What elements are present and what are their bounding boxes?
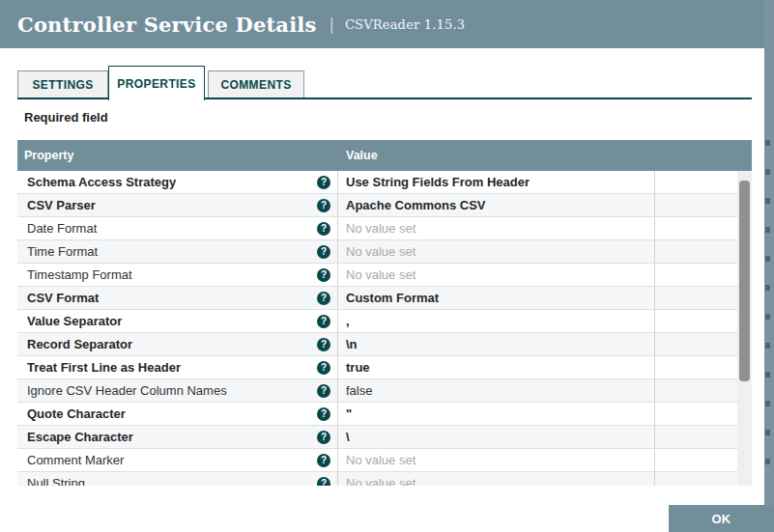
extra-cell: [655, 217, 737, 239]
help-icon[interactable]: ?: [317, 199, 330, 212]
property-name: Timestamp Format: [27, 267, 132, 282]
help-icon[interactable]: ?: [317, 245, 330, 259]
help-icon[interactable]: ?: [317, 477, 330, 487]
extra-cell: [655, 264, 737, 286]
value-cell[interactable]: Custom Format: [338, 287, 655, 309]
backdrop-text-fragment: [765, 314, 770, 320]
tab-properties[interactable]: PROPERTIES: [108, 66, 205, 100]
value-cell[interactable]: Apache Commons CSV: [338, 194, 655, 216]
backdrop-text-fragment: [765, 459, 770, 464]
help-icon[interactable]: ?: [317, 361, 330, 375]
value-cell[interactable]: No value set: [338, 472, 655, 486]
property-value: \n: [346, 337, 358, 351]
property-name: CSV Parser: [27, 198, 96, 212]
title-separator: |: [330, 15, 334, 34]
help-icon[interactable]: ?: [317, 176, 330, 189]
value-cell[interactable]: ": [338, 403, 655, 425]
property-name: Ignore CSV Header Column Names: [27, 383, 227, 398]
value-cell[interactable]: No value set: [338, 449, 655, 471]
table-row[interactable]: Ignore CSV Header Column Names ? false: [17, 379, 737, 403]
help-icon[interactable]: ?: [317, 292, 330, 305]
table-row[interactable]: Comment Marker ? No value set: [17, 449, 737, 472]
table-body: Schema Access Strategy ? Use String Fiel…: [17, 171, 737, 486]
property-cell: Comment Marker ?: [17, 449, 338, 471]
table-row[interactable]: Time Format ? No value set: [17, 240, 737, 264]
value-cell[interactable]: No value set: [338, 217, 655, 239]
extra-cell: [655, 356, 737, 378]
value-cell[interactable]: true: [338, 356, 655, 378]
table-row[interactable]: Quote Character ? ": [17, 403, 737, 426]
property-value: ,: [346, 314, 350, 328]
property-cell: Null String ?: [17, 472, 338, 486]
property-cell: Treat First Line as Header ?: [17, 356, 338, 378]
property-value: true: [346, 360, 370, 375]
property-value: No value set: [346, 244, 416, 259]
help-icon[interactable]: ?: [317, 268, 330, 282]
backdrop-text-fragment: [765, 401, 770, 406]
property-name: Escape Character: [27, 430, 133, 444]
value-cell[interactable]: \: [338, 426, 655, 448]
value-cell[interactable]: No value set: [338, 240, 655, 263]
property-name: Schema Access Strategy: [27, 175, 176, 189]
table-row[interactable]: CSV Format ? Custom Format: [17, 287, 737, 310]
help-icon[interactable]: ?: [317, 338, 330, 351]
screenshot-root: Controller Service Details | CSVReader 1…: [0, 0, 774, 532]
table-row[interactable]: Record Separator ? \n: [17, 333, 737, 356]
ok-button[interactable]: OK: [669, 505, 774, 532]
table-row[interactable]: Null String ? No value set: [17, 472, 737, 486]
property-cell: CSV Parser ?: [17, 194, 338, 216]
extra-cell: [655, 472, 737, 486]
property-value: false: [346, 383, 372, 398]
property-cell: Date Format ?: [17, 217, 338, 239]
property-cell: Schema Access Strategy ?: [17, 171, 338, 193]
property-value: \: [346, 430, 350, 444]
table-row[interactable]: Timestamp Format ? No value set: [17, 264, 737, 287]
backdrop-text-fragment: [765, 256, 770, 262]
value-cell[interactable]: Use String Fields From Header: [338, 171, 655, 193]
property-name: Null String: [27, 476, 85, 486]
help-icon[interactable]: ?: [317, 315, 330, 328]
extra-cell: [655, 333, 737, 355]
table-row[interactable]: Escape Character ? \: [17, 426, 737, 449]
table-row[interactable]: Value Separator ? ,: [17, 310, 737, 333]
property-value: ": [346, 406, 352, 421]
backdrop-text-fragment: [765, 285, 770, 291]
required-field-note: Required field: [24, 110, 108, 125]
help-icon[interactable]: ?: [317, 407, 330, 421]
property-cell: Time Format ?: [17, 240, 338, 263]
column-header-value: Value: [338, 149, 752, 162]
property-name: Quote Character: [27, 406, 126, 421]
property-value: No value set: [346, 221, 416, 236]
vertical-scrollbar[interactable]: [737, 171, 752, 486]
property-name: Time Format: [27, 244, 98, 259]
value-cell[interactable]: false: [338, 379, 655, 402]
value-cell[interactable]: \n: [338, 333, 655, 355]
property-cell: Record Separator ?: [17, 333, 338, 355]
property-cell: Timestamp Format ?: [17, 264, 338, 286]
table-row[interactable]: CSV Parser ? Apache Commons CSV: [17, 194, 737, 217]
value-cell[interactable]: ,: [338, 310, 655, 332]
dialog-title: Controller Service Details: [17, 13, 317, 37]
property-name: Treat First Line as Header: [27, 360, 181, 375]
dialog-subtitle: CSVReader 1.15.3: [345, 17, 465, 32]
tab-settings[interactable]: SETTINGS: [17, 70, 108, 98]
extra-cell: [655, 310, 737, 332]
help-icon[interactable]: ?: [317, 384, 330, 398]
table-row[interactable]: Schema Access Strategy ? Use String Fiel…: [17, 171, 737, 194]
table-row[interactable]: Treat First Line as Header ? true: [17, 356, 737, 379]
property-value: No value set: [346, 453, 416, 467]
dialog-header: Controller Service Details | CSVReader 1…: [0, 0, 764, 48]
extra-cell: [655, 403, 737, 425]
tab-comments[interactable]: COMMENTS: [208, 70, 304, 98]
extra-cell: [655, 426, 737, 448]
table-row[interactable]: Date Format ? No value set: [17, 217, 737, 240]
backdrop-text-fragment: [765, 140, 770, 146]
value-cell[interactable]: No value set: [338, 264, 655, 286]
property-value: Use String Fields From Header: [346, 175, 530, 189]
help-icon[interactable]: ?: [317, 454, 330, 467]
help-icon[interactable]: ?: [317, 222, 330, 236]
help-icon[interactable]: ?: [317, 431, 330, 444]
extra-cell: [655, 171, 737, 193]
scrollbar-thumb[interactable]: [739, 181, 750, 381]
background-page-strip: [764, 0, 774, 532]
